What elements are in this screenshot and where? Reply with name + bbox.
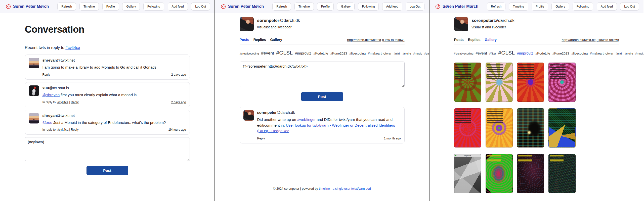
hashtag-link[interactable]: #creativecoding	[240, 52, 259, 55]
profile-tab[interactable]: Posts	[240, 38, 249, 42]
reply-textarea[interactable]: (#cylt4ca)	[25, 137, 190, 161]
hashtag-link[interactable]: #GLSL	[498, 50, 515, 56]
gallery-item[interactable]	[486, 63, 513, 102]
nav-button[interactable]: Following	[358, 3, 379, 11]
hashtag-link[interactable]: #improviz	[517, 51, 533, 55]
nav-button[interactable]: Profile	[317, 3, 334, 11]
nav-button[interactable]: Following	[573, 3, 593, 11]
nav-button[interactable]: Gallery	[551, 3, 569, 11]
nav-button[interactable]: Refresh	[487, 3, 505, 11]
gallery-item[interactable]	[517, 108, 544, 147]
tag-cloud: #creativecoding#event#GLSL#improviz#Kode…	[240, 47, 405, 58]
hashtag-link[interactable]: #midi	[616, 52, 622, 55]
hashtag-link[interactable]: #makeartnotwar	[368, 52, 391, 55]
hashtag-link[interactable]: #midi	[394, 52, 400, 55]
hashtag-link[interactable]: #music	[413, 52, 422, 55]
timestamp-link[interactable]: 1 month ago	[384, 137, 401, 140]
gallery-item[interactable]	[517, 154, 544, 193]
nav-button[interactable]: Add feed	[168, 3, 188, 11]
divider	[240, 44, 405, 44]
hashtag-link[interactable]: #moire	[625, 52, 633, 55]
nav-button[interactable]: Gallery	[122, 3, 140, 11]
profile-tab[interactable]: Replies	[253, 38, 266, 42]
gallery-item[interactable]	[548, 154, 576, 193]
hashtag-link[interactable]: #livecoding	[571, 52, 588, 55]
reply-link[interactable]: Reply	[71, 100, 79, 104]
hashtag-link[interactable]: #webfinger	[297, 117, 316, 122]
in-reply-label: In reply to:	[42, 100, 57, 104]
profile-tab[interactable]: Posts	[454, 38, 464, 42]
gallery-item[interactable]: improviz	[454, 154, 481, 193]
gallery-item[interactable]	[454, 63, 481, 102]
twt-card: shreyan@twtxt.net I am going to make a l…	[25, 55, 190, 80]
nav-button[interactable]: Refresh	[57, 3, 76, 11]
reply-link[interactable]: Reply	[71, 128, 79, 131]
how-to-follow-link[interactable]: (How to follow)	[596, 38, 619, 42]
nav-button[interactable]: Timeline	[79, 3, 99, 11]
nav-button[interactable]: Add feed	[597, 3, 617, 11]
hashtag-link[interactable]: #event	[261, 51, 274, 56]
profile-tab[interactable]: Gallery	[485, 38, 496, 42]
how-to-follow-link[interactable]: (How to follow)	[382, 38, 404, 42]
nav-button[interactable]: Profile	[102, 3, 119, 11]
profile-tab[interactable]: Gallery	[270, 38, 282, 42]
hashtag-link[interactable]: #KodeLife	[535, 52, 550, 55]
brand[interactable]: Søren Peter Mørch	[435, 4, 478, 9]
hashtag-link[interactable]: #improviz	[295, 51, 311, 55]
nav-button[interactable]: Refresh	[272, 3, 291, 11]
nav-button[interactable]: Log Out	[191, 3, 210, 11]
feed-url-link[interactable]: http://darch.dk/twtxt.txt	[562, 38, 595, 42]
reply-link[interactable]: Reply	[42, 73, 50, 76]
hashtag-link[interactable]: #creativecoding	[454, 52, 474, 55]
in-reply-tag-link[interactable]: #cylt4ca	[57, 128, 68, 131]
twt-text: @xuu Just a Monoid in the category of En…	[42, 120, 186, 125]
nav-button[interactable]: Log Out	[620, 3, 639, 11]
feed-url-link[interactable]: http://darch.dk/twtxt.txt	[347, 38, 381, 42]
mention-link[interactable]: @shreyan	[42, 93, 60, 97]
nav-button[interactable]: Add feed	[382, 3, 402, 11]
post-button[interactable]: Post	[87, 166, 128, 175]
timestamp-link[interactable]: 2 days ago	[171, 73, 186, 76]
hashtag-link[interactable]: #GLSL	[276, 50, 293, 56]
brand[interactable]: Søren Peter Mørch	[221, 4, 264, 9]
hashtag-link[interactable]: #livecoding	[349, 52, 366, 55]
brand[interactable]: Søren Peter Mørch	[6, 4, 49, 9]
gallery-item[interactable]	[454, 108, 481, 147]
hashtag-link[interactable]: #Kune2023	[552, 52, 569, 55]
timestamp-link[interactable]: 19 hours ago	[168, 128, 186, 131]
in-reply-tag-link[interactable]: #cylt4ca	[57, 100, 68, 104]
nav-button[interactable]: Following	[143, 3, 164, 11]
hashtag-link[interactable]: #filter	[489, 52, 496, 55]
profile-name: sorenpeter@darch.dk	[472, 18, 514, 23]
timestamp-link[interactable]: 2 days ago	[171, 100, 186, 104]
hashtag-link[interactable]: #paintOver	[424, 52, 429, 55]
gallery-item[interactable]	[548, 63, 576, 102]
author-nick: xuu	[42, 86, 49, 90]
hashtag-link[interactable]: #event	[476, 51, 487, 55]
hashtag-link[interactable]: #makeartnotwar	[590, 52, 613, 55]
twt-text-body: Just a Monoid in the category of Endofun…	[52, 120, 166, 125]
nav-button[interactable]: Gallery	[337, 3, 355, 11]
profile-tab[interactable]: Replies	[468, 38, 481, 42]
hashtag-link[interactable]: #KodeLife	[313, 52, 328, 55]
mention-link[interactable]: @xuu	[42, 120, 52, 125]
nav-button[interactable]: Log Out	[406, 3, 424, 11]
nav-button[interactable]: Profile	[532, 3, 548, 11]
gallery-item[interactable]	[486, 108, 513, 147]
profile-avatar	[454, 17, 468, 31]
twt-footer-links: Reply	[42, 73, 50, 76]
gallery-item[interactable]	[486, 154, 513, 193]
spiral-logo-icon	[6, 4, 11, 9]
powered-by-link[interactable]: timeline - a single user twtxt/yarn pod	[319, 187, 371, 190]
nav-button[interactable]: Timeline	[509, 3, 528, 11]
nav-button[interactable]: Timeline	[294, 3, 314, 11]
reply-link[interactable]: Reply	[257, 137, 265, 140]
hashtag-link[interactable]: #moire	[403, 52, 411, 55]
conversation-hash-link[interactable]: #cylt4ca	[65, 45, 80, 50]
hashtag-link[interactable]: #Kune2023	[330, 52, 347, 55]
post-button[interactable]: Post	[301, 92, 343, 101]
post-textarea[interactable]: @<sorenpeter http://darch.dk/twtxt.txt>	[240, 62, 405, 87]
hashtag-link[interactable]: #music	[635, 52, 643, 55]
gallery-item[interactable]	[517, 63, 544, 102]
gallery-item[interactable]	[548, 108, 576, 147]
